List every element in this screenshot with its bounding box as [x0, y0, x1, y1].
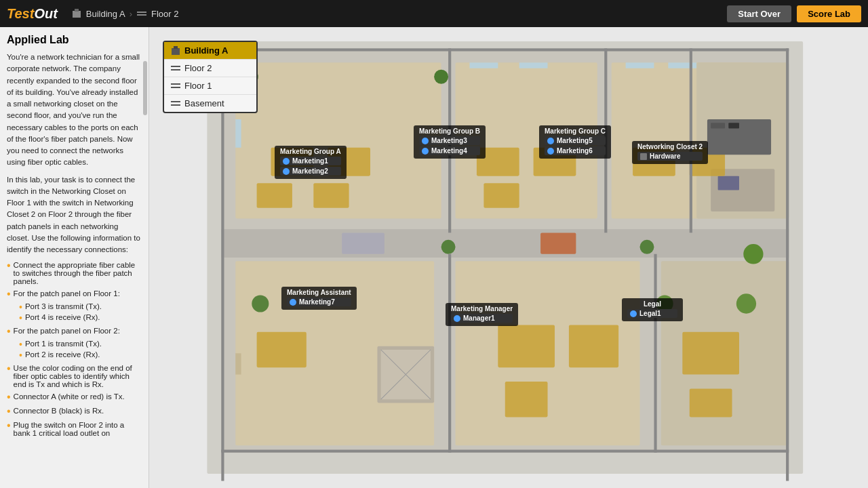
svg-rect-43: [540, 232, 576, 253]
svg-rect-52: [221, 450, 789, 453]
mg-c-device-2-icon: [547, 148, 554, 155]
mg-c-device-1[interactable]: Marketing5: [545, 136, 606, 145]
floor-2-label: Floor 2: [184, 63, 212, 73]
bullet-1: • Connect the appropriate fiber cable to…: [7, 261, 142, 285]
floor-2-item[interactable]: Floor 2: [164, 59, 256, 77]
svg-rect-64: [728, 123, 739, 128]
nc2-device-1-label: Hardware: [650, 152, 681, 160]
svg-rect-56: [448, 254, 451, 453]
svg-rect-12: [469, 62, 498, 68]
mg-c-device-1-icon: [547, 138, 554, 144]
nc2-device-1-icon: [640, 153, 647, 160]
svg-rect-33: [484, 183, 519, 208]
svg-rect-7: [221, 229, 789, 258]
sidebar-title: Applied Lab: [7, 34, 142, 46]
mg-a-device-1[interactable]: Marketing1: [280, 157, 341, 165]
room-marketing-manager[interactable]: Marketing Manager Manager1: [446, 303, 518, 326]
sidebar-para-2: In this lab, your task is to connect the…: [7, 174, 142, 256]
svg-rect-67: [171, 66, 180, 67]
svg-rect-69: [171, 83, 180, 85]
room-marketing-group-b[interactable]: Marketing Group B Marketing3 Marketing4: [414, 125, 486, 159]
breadcrumb: Building A › Floor 2: [71, 8, 179, 19]
room-networking-closet-2[interactable]: Networking Closet 2 Hardware: [632, 141, 708, 164]
canvas-area[interactable]: Building A Floor 2 Floor 1: [149, 27, 868, 488]
svg-rect-39: [505, 382, 548, 417]
svg-rect-21: [235, 353, 241, 374]
score-lab-button[interactable]: Score Lab: [797, 5, 861, 22]
svg-rect-72: [171, 104, 180, 106]
svg-point-46: [252, 295, 269, 312]
building-icon: [71, 8, 82, 19]
building-panel-header: Building A: [164, 42, 256, 59]
sidebar-para-1: You're a network technician for a small …: [7, 52, 142, 169]
sidebar: Applied Lab You're a network technician …: [0, 27, 149, 488]
svg-rect-37: [498, 325, 555, 367]
nc2-device-1[interactable]: Hardware: [637, 152, 703, 161]
svg-rect-19: [718, 176, 739, 190]
legal-device-1[interactable]: Legal1: [627, 309, 677, 318]
svg-rect-36: [257, 332, 307, 367]
svg-rect-15: [626, 62, 654, 68]
svg-rect-71: [171, 101, 180, 102]
svg-rect-66: [174, 46, 178, 49]
bullet-3: • For the patch panel on Floor 2: •Port …: [7, 327, 142, 360]
mg-a-device-2-icon: [283, 168, 290, 175]
main-content: Applied Lab You're a network technician …: [0, 27, 868, 488]
mg-a-name: Marketing Group A: [280, 148, 341, 155]
breadcrumb-building[interactable]: Building A: [86, 9, 125, 19]
floor-1-label: Floor 1: [184, 81, 212, 91]
bullet-2: • For the patch panel on Floor 1: •Port …: [7, 289, 142, 323]
svg-rect-49: [221, 48, 789, 51]
room-marketing-assistant[interactable]: Marketing Assistant Marketing7: [281, 287, 357, 310]
floor1-icon: [171, 83, 180, 89]
room-legal[interactable]: Legal Legal1: [622, 298, 683, 321]
scroll-indicator: [143, 61, 147, 115]
mg-c-device-2-label: Marketing6: [557, 147, 593, 155]
mg-a-device-2[interactable]: Marketing2: [280, 167, 341, 176]
ma-name: Marketing Assistant: [287, 289, 351, 296]
mg-c-device-2[interactable]: Marketing6: [545, 146, 606, 155]
mg-b-device-1-label: Marketing3: [431, 137, 467, 144]
mg-c-device-1-label: Marketing5: [557, 137, 593, 144]
svg-rect-41: [690, 389, 732, 418]
svg-rect-70: [171, 87, 180, 88]
mg-b-device-2[interactable]: Marketing4: [419, 146, 480, 155]
legal-name: Legal: [627, 300, 677, 308]
logo: TestOut: [7, 6, 58, 22]
svg-rect-65: [172, 48, 180, 55]
mg-b-device-1[interactable]: Marketing3: [419, 136, 480, 145]
building-panel-icon: [171, 46, 180, 56]
svg-rect-40: [682, 332, 739, 375]
svg-rect-57: [654, 254, 656, 453]
basement-label: Basement: [184, 98, 224, 108]
svg-point-45: [640, 240, 654, 254]
header-actions: Start Over Score Lab: [727, 5, 861, 22]
breadcrumb-floor[interactable]: Floor 2: [151, 9, 178, 19]
svg-rect-27: [313, 183, 349, 208]
header: TestOut Building A › Floor 2 Start Over …: [0, 0, 868, 27]
svg-point-30: [743, 244, 763, 264]
floor2-icon: [171, 65, 180, 72]
ma-device-1[interactable]: Marketing7: [287, 298, 351, 306]
svg-rect-13: [519, 62, 548, 68]
legal-device-1-label: Legal1: [639, 310, 661, 317]
basement-item[interactable]: Basement: [164, 94, 256, 112]
bullet-4: • Use the color coding on the end of fib…: [7, 364, 142, 388]
mm-device-1[interactable]: Manager1: [451, 314, 513, 323]
room-marketing-group-a[interactable]: Marketing Group A Marketing1 Marketing2: [275, 146, 347, 179]
ma-device-1-label: Marketing7: [299, 298, 335, 306]
mm-name: Marketing Manager: [451, 305, 513, 312]
start-over-button[interactable]: Start Over: [727, 5, 791, 22]
svg-rect-0: [73, 11, 81, 18]
mg-b-device-1-icon: [422, 138, 429, 144]
svg-rect-50: [221, 48, 224, 481]
svg-rect-26: [257, 183, 292, 208]
bullet-7: • Plug the switch on Floor 2 into a bank…: [7, 421, 142, 437]
svg-rect-1: [75, 9, 79, 12]
room-marketing-group-c[interactable]: Marketing Group C Marketing5 Marketing6: [539, 125, 611, 159]
floor-1-item[interactable]: Floor 1: [164, 77, 256, 94]
svg-point-29: [434, 70, 448, 84]
basement-icon: [171, 100, 180, 107]
svg-rect-10: [235, 119, 241, 148]
mg-a-device-2-label: Marketing2: [292, 167, 328, 175]
